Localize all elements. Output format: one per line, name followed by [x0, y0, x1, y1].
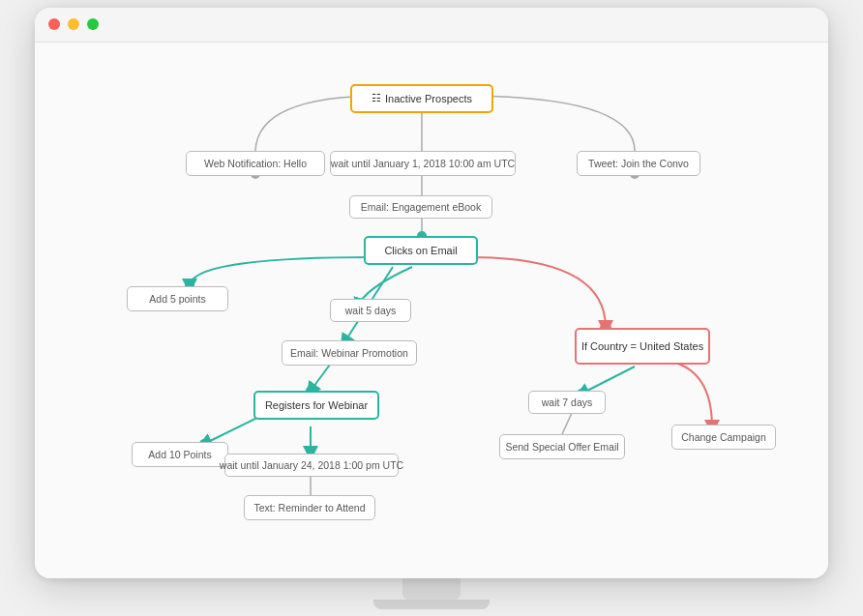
svg-line-15 — [581, 367, 635, 394]
monitor-base — [373, 600, 490, 609]
monitor: ☷ Inactive Prospects Web Notification: H… — [35, 8, 828, 609]
minimize-button-dot[interactable] — [68, 18, 79, 30]
node-tweet-join[interactable]: Tweet: Join the Convo — [577, 151, 700, 176]
node-send-special[interactable]: Send Special Offer Email — [499, 434, 625, 459]
svg-line-17 — [562, 413, 572, 434]
node-inactive-prospects[interactable]: ☷ Inactive Prospects — [350, 84, 493, 113]
monitor-body: ☷ Inactive Prospects Web Notification: H… — [35, 8, 828, 578]
node-wait-7-days[interactable]: wait 7 days — [528, 391, 606, 414]
node-change-campaign[interactable]: Change Campaign — [671, 425, 776, 450]
monitor-frame: ☷ Inactive Prospects Web Notification: H… — [35, 8, 828, 609]
node-wait-jan1[interactable]: wait until January 1, 2018 10:00 am UTC — [330, 151, 516, 176]
monitor-screen: ☷ Inactive Prospects Web Notification: H… — [35, 43, 828, 578]
node-email-webinar[interactable]: Email: Webinar Promotion — [282, 340, 417, 366]
node-text-reminder[interactable]: Text: Reminder to Attend — [244, 495, 375, 520]
monitor-top-bar — [35, 8, 828, 43]
flowchart: ☷ Inactive Prospects Web Notification: H… — [35, 43, 828, 578]
close-button-dot[interactable] — [48, 18, 60, 30]
node-wait-jan24[interactable]: wait until January 24, 2018 1:00 pm UTC — [224, 454, 399, 477]
node-clicks-on-email[interactable]: Clicks on Email — [364, 236, 478, 265]
node-web-notification[interactable]: Web Notification: Hello — [186, 151, 325, 176]
node-email-engagement[interactable]: Email: Engagement eBook — [349, 195, 492, 219]
node-if-country[interactable]: If Country = United States — [575, 328, 710, 365]
node-registers-webinar[interactable]: Registers for Webinar — [253, 391, 379, 420]
node-wait-5-days[interactable]: wait 5 days — [330, 299, 411, 322]
svg-line-9 — [311, 365, 330, 391]
maximize-button-dot[interactable] — [87, 18, 99, 30]
node-add-5-points[interactable]: Add 5 points — [127, 286, 228, 311]
monitor-stand — [402, 578, 461, 600]
node-add-10-points[interactable]: Add 10 Points — [132, 442, 228, 467]
